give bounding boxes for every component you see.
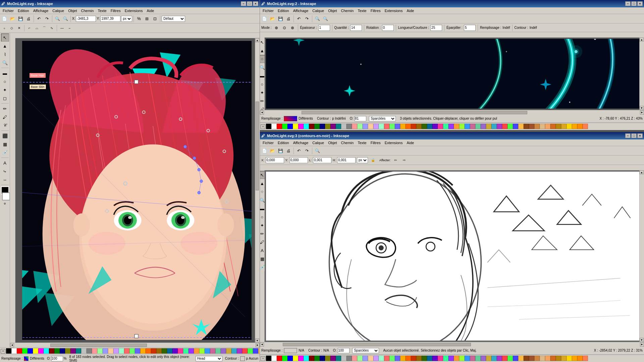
palette-color-item[interactable] <box>470 356 475 361</box>
palette-color-item[interactable] <box>540 356 545 361</box>
palette-color-item[interactable] <box>357 356 363 361</box>
palette-color-item[interactable] <box>507 124 513 129</box>
w3-unit-select[interactable]: px <box>357 157 368 163</box>
palette-color-item[interactable] <box>277 124 282 129</box>
w3-menu-extensions[interactable]: Extensions <box>383 140 405 145</box>
palette-color-item[interactable] <box>432 124 438 129</box>
fill-swatch[interactable] <box>24 356 29 361</box>
palette-color-item[interactable] <box>320 124 325 129</box>
palette-color-item[interactable] <box>277 356 282 361</box>
w2-menu-edition[interactable]: Edition <box>276 8 291 13</box>
menu-chemin[interactable]: Chemin <box>79 8 96 13</box>
menu-fichier[interactable]: Fichier <box>1 8 16 13</box>
palette-color-item[interactable] <box>384 356 389 361</box>
w2-menu-filtres[interactable]: Filtres <box>369 8 383 13</box>
palette-color-item[interactable] <box>357 124 363 129</box>
w3-menu-fichier[interactable]: Fichier <box>261 140 276 145</box>
curve-segment-button[interactable]: ⌣ <box>66 25 72 31</box>
palette-color-item[interactable] <box>346 124 352 129</box>
mode-btn1[interactable]: ⊕ <box>273 25 280 31</box>
palette-color-item[interactable] <box>465 124 470 129</box>
profile-select[interactable]: Défaut <box>162 16 185 22</box>
w3-opacity-input[interactable] <box>338 348 350 353</box>
palette-color-item[interactable] <box>572 124 577 129</box>
palette-color-item[interactable] <box>443 356 448 361</box>
w2-print-button[interactable]: 🖨 <box>285 15 292 22</box>
w3-affecter-btn1[interactable]: ⇦ <box>392 157 399 164</box>
mode-btn3[interactable]: ⊗ <box>289 25 296 31</box>
print-button[interactable]: 🖨 <box>25 15 32 22</box>
palette-color-item[interactable] <box>140 348 146 354</box>
palette-color-item[interactable] <box>287 356 293 361</box>
palette-color-item[interactable] <box>162 348 167 354</box>
palette-color-item[interactable] <box>28 348 33 354</box>
window3-minimize-button[interactable]: − <box>625 133 631 138</box>
palette-color-item[interactable] <box>70 348 76 354</box>
palette-color-item[interactable] <box>258 348 260 354</box>
w2-brush-select[interactable]: Sparckles <box>369 116 396 121</box>
connector-tool[interactable]: ⤷ <box>1 167 9 175</box>
w3-menu-aide[interactable]: Aide <box>405 140 416 145</box>
palette-color-item[interactable] <box>266 356 271 361</box>
w3-hthumb[interactable] <box>283 343 471 346</box>
longueur-input[interactable] <box>430 25 442 31</box>
palette-color-item[interactable] <box>438 356 443 361</box>
palette-color-item[interactable] <box>438 124 443 129</box>
scroll-thumb-h[interactable] <box>50 344 147 347</box>
palette-color-item[interactable] <box>411 356 416 361</box>
w3-vscrollbar[interactable]: ▲ ▼ <box>639 170 644 342</box>
palette-color-item[interactable] <box>309 124 314 129</box>
palette-color-item[interactable] <box>103 348 108 354</box>
palette-color-item[interactable] <box>156 348 162 354</box>
dropper-tool[interactable]: 💉 <box>1 148 9 157</box>
palette-color-item[interactable] <box>119 348 124 354</box>
w3-menu-calque[interactable]: Calque <box>310 140 326 145</box>
palette-color-item[interactable] <box>368 124 373 129</box>
w2-scroll-down[interactable]: ▼ <box>640 106 644 110</box>
w2-new-button[interactable]: 📄 <box>261 15 268 22</box>
palette-color-item[interactable] <box>379 124 384 129</box>
rotation-input[interactable] <box>382 25 394 31</box>
palette-color-item[interactable] <box>237 348 242 354</box>
w3-menu-chemin[interactable]: Chemin <box>339 140 356 145</box>
palette-color-item[interactable] <box>215 348 221 354</box>
palette-color-item[interactable] <box>550 356 556 361</box>
palette-color-item[interactable] <box>282 124 287 129</box>
w2-save-button[interactable]: 💾 <box>277 15 284 22</box>
w3-y-input[interactable] <box>289 157 308 163</box>
bucket-tool[interactable]: ⬛ <box>1 132 9 140</box>
palette-color-item[interactable] <box>577 356 583 361</box>
star-tool[interactable]: ✦ <box>1 86 9 94</box>
palette-color-item[interactable] <box>346 356 352 361</box>
node-smooth-button[interactable]: ⌓ <box>34 25 40 31</box>
palette-color-item[interactable] <box>400 356 406 361</box>
opacity-input[interactable] <box>51 356 63 361</box>
palette-color-item[interactable] <box>465 356 470 361</box>
palette-color-item[interactable] <box>54 348 60 354</box>
palette-color-item[interactable] <box>567 124 572 129</box>
w2-menu-objet[interactable]: Objet <box>326 8 339 13</box>
menu-extensions[interactable]: Extensions <box>123 8 145 13</box>
palette-color-item[interactable] <box>309 356 314 361</box>
palette-color-item[interactable] <box>502 356 507 361</box>
palette-color-item[interactable] <box>194 348 199 354</box>
snap-button[interactable]: % <box>135 15 143 22</box>
palette-color-item[interactable] <box>167 348 172 354</box>
palette-color-item[interactable] <box>475 124 481 129</box>
palette-color-item[interactable] <box>172 348 178 354</box>
w2-menu-aide[interactable]: Aide <box>405 8 416 13</box>
palette-color-item[interactable] <box>572 356 577 361</box>
palette-color-item[interactable] <box>336 124 341 129</box>
redo-button[interactable]: ↷ <box>43 15 51 22</box>
palette-color-item[interactable] <box>400 124 406 129</box>
epaisseur-input[interactable] <box>318 25 330 31</box>
w3-menu-filtres[interactable]: Filtres <box>369 140 383 145</box>
palette-color-item[interactable] <box>545 124 550 129</box>
window3-maximize-button[interactable]: □ <box>631 133 637 138</box>
node-tool[interactable]: ▲ <box>1 42 9 50</box>
w3-menu-edition[interactable]: Edition <box>276 140 291 145</box>
gradient-tool[interactable]: ▦ <box>1 140 9 148</box>
mode-btn2[interactable]: ⊙ <box>281 25 288 31</box>
window2-close-button[interactable]: × <box>637 1 643 6</box>
w3-new-button[interactable]: 📄 <box>261 147 268 155</box>
